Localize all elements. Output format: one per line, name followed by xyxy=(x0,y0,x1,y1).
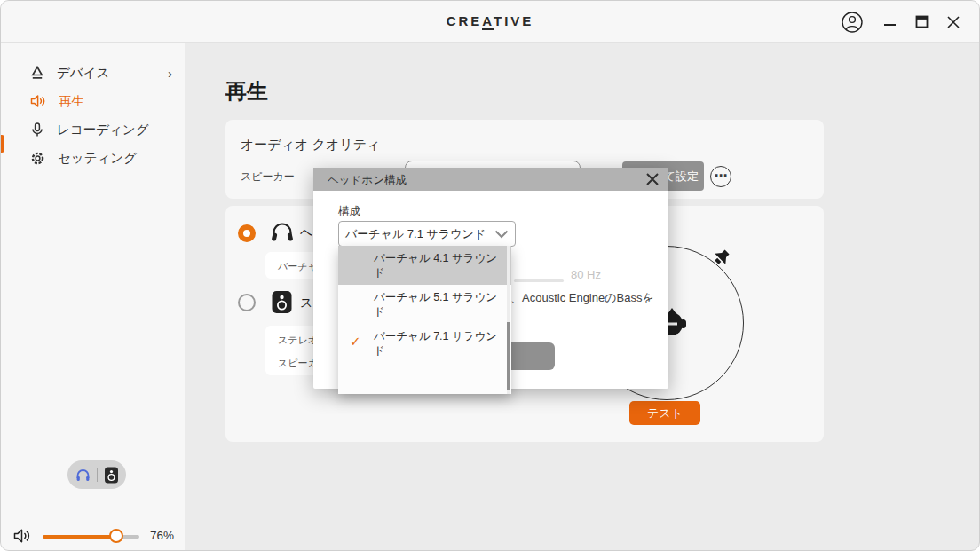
modal-title: ヘッドホン構成 xyxy=(328,173,407,188)
bass-redirect-text-fragment: 、Acoustic EngineのBassを xyxy=(510,290,661,306)
config-select[interactable]: バーチャル 7.1 サラウンド xyxy=(338,221,516,247)
minimize-button[interactable] xyxy=(876,1,903,43)
sidebar-item-label: デバイス xyxy=(57,65,109,82)
modal-header[interactable]: ヘッドホン構成 xyxy=(313,168,668,191)
test-button[interactable]: テスト xyxy=(629,401,700,425)
app-window: CREATIVE デバイス › 再生 xyxy=(0,0,980,551)
sidebar-item-devices[interactable]: デバイス › xyxy=(1,59,185,86)
close-window-button[interactable] xyxy=(940,1,967,43)
volume-icon xyxy=(13,528,33,544)
account-icon[interactable] xyxy=(837,1,867,43)
crossover-slider-track[interactable] xyxy=(514,279,564,282)
sidebar-item-label: セッティング xyxy=(58,150,137,167)
dropdown-option-virtual-41[interactable]: バーチャル 4.1 サラウンド xyxy=(338,246,511,285)
volume-slider-fill xyxy=(43,535,116,539)
title-bar: CREATIVE xyxy=(1,1,979,43)
dropdown-option-virtual-51[interactable]: バーチャル 5.1 サラウンド xyxy=(338,285,511,324)
gear-icon xyxy=(30,151,45,166)
speaker-radio[interactable] xyxy=(238,294,256,311)
headphone-radio[interactable] xyxy=(238,224,256,242)
speaker-row-label: スピーカー xyxy=(241,169,295,185)
output-device-toggle[interactable] xyxy=(67,460,126,489)
dropdown-option-virtual-71[interactable]: ✓ バーチャル 7.1 サラウンド xyxy=(338,324,511,363)
more-options-icon[interactable]: ⋯ xyxy=(710,166,731,187)
speaker-badge-icon[interactable] xyxy=(104,467,119,484)
headphone-icon[interactable] xyxy=(75,468,91,482)
sidebar: デバイス › 再生 レコーディング セッティング xyxy=(1,43,185,551)
speaker-badge-icon xyxy=(271,290,293,314)
close-icon[interactable] xyxy=(644,170,661,188)
page-title: 再生 xyxy=(225,77,268,106)
audio-quality-title: オーディオ クオリティ xyxy=(241,137,380,153)
config-label: 構成 xyxy=(338,204,360,219)
microphone-icon xyxy=(30,122,44,138)
config-dropdown-list: バーチャル 4.1 サラウンド バーチャル 5.1 サラウンド ✓ バーチャル … xyxy=(338,246,511,394)
checkmark-icon: ✓ xyxy=(350,335,361,349)
volume-slider-track[interactable] xyxy=(43,535,139,539)
volume-slider-row: 76% xyxy=(1,527,185,547)
sidebar-item-playback[interactable]: 再生 xyxy=(1,88,185,114)
chevron-down-icon xyxy=(494,230,509,239)
speaker-wave-icon xyxy=(30,94,46,108)
sidebar-item-label: 再生 xyxy=(59,93,84,110)
delta-icon xyxy=(30,66,44,80)
creative-logo: CREATIVE xyxy=(1,13,979,28)
headphone-label-fragment: ヘ xyxy=(300,225,312,241)
speaker-label-fragment: ス xyxy=(300,295,312,311)
dropdown-scrollbar-thumb[interactable] xyxy=(507,322,510,390)
maximize-button[interactable] xyxy=(908,1,935,43)
volume-slider-knob[interactable] xyxy=(109,529,123,543)
chevron-right-icon[interactable]: › xyxy=(168,66,172,81)
sidebar-item-label: レコーディング xyxy=(57,122,149,138)
config-select-value: バーチャル 7.1 サラウンド xyxy=(345,226,486,242)
divider xyxy=(97,468,98,482)
crossover-value-label: 80 Hz xyxy=(571,268,601,281)
volume-percent-label: 76% xyxy=(150,529,174,542)
sidebar-item-recording[interactable]: レコーディング xyxy=(1,116,185,143)
headphone-icon xyxy=(270,221,295,243)
sidebar-item-settings[interactable]: セッティング xyxy=(1,145,185,171)
